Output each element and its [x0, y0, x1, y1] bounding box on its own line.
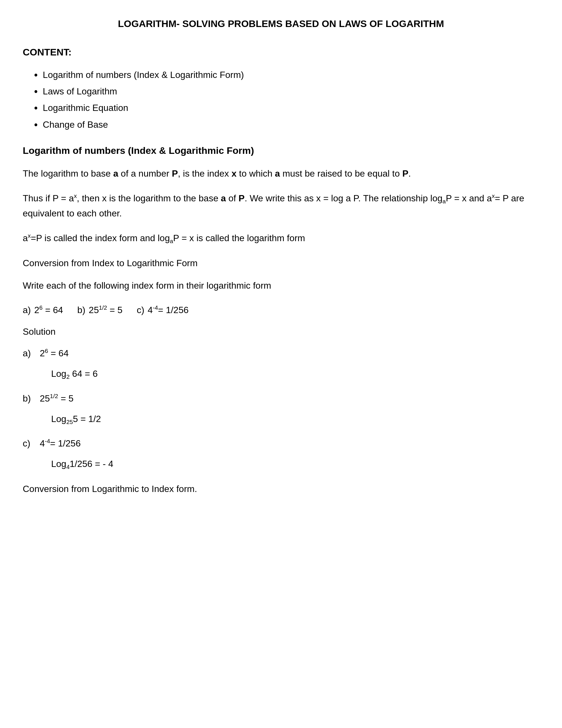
solution-b-row: b) 251/2 = 5 — [23, 392, 539, 405]
problem-a: a) 26 = 64 — [23, 303, 63, 317]
problem-c: c) 4-4= 1/256 — [137, 303, 189, 317]
problem-b-label: b) — [77, 303, 85, 317]
sol-a-expr: 26 = 64 — [40, 346, 69, 360]
conv1-heading: Conversion from Index to Logarithmic For… — [23, 256, 539, 270]
sol-a-log: Log2 64 = 6 — [23, 367, 539, 381]
content-list: Logarithm of numbers (Index & Logarithmi… — [34, 68, 539, 132]
conv2-heading: Conversion from Logarithmic to Index for… — [23, 482, 539, 496]
paragraph-1: The logarithm to base a of a number P, i… — [23, 166, 539, 181]
problem-b-expr: 251/2 = 5 — [89, 303, 123, 317]
list-item: Change of Base — [34, 118, 539, 132]
solution-a-row: a) 26 = 64 — [23, 346, 539, 360]
content-label: CONTENT: — [23, 45, 539, 59]
problem-b: b) 251/2 = 5 — [77, 303, 123, 317]
sol-b-log: Log255 = 1/2 — [23, 412, 539, 427]
sol-c-letter: c) — [23, 437, 40, 450]
sol-b-letter: b) — [23, 392, 40, 405]
problem-a-label: a) — [23, 303, 31, 317]
paragraph-3: ax=P is called the index form and logaP … — [23, 231, 539, 246]
sol-c-expr: 4-4= 1/256 — [40, 437, 81, 450]
write-each: Write each of the following index form i… — [23, 278, 539, 293]
solution-c-block: c) 4-4= 1/256 Log41/256 = - 4 — [23, 437, 539, 471]
paragraph-2: Thus if P = ax, then x is the logarithm … — [23, 191, 539, 221]
section1-heading: Logarithm of numbers (Index & Logarithmi… — [23, 143, 539, 158]
problem-c-label: c) — [137, 303, 144, 317]
sol-c-log: Log41/256 = - 4 — [23, 457, 539, 471]
sol-b-expr: 251/2 = 5 — [40, 392, 74, 405]
solution-label: Solution — [23, 325, 539, 338]
problems-line: a) 26 = 64 b) 251/2 = 5 c) 4-4= 1/256 — [23, 303, 539, 317]
sol-a-letter: a) — [23, 346, 40, 360]
solution-c-row: c) 4-4= 1/256 — [23, 437, 539, 450]
solution-a-block: a) 26 = 64 Log2 64 = 6 — [23, 346, 539, 381]
page-title: LOGARITHM- SOLVING PROBLEMS BASED ON LAW… — [23, 17, 539, 31]
list-item: Laws of Logarithm — [34, 84, 539, 99]
page-container: LOGARITHM- SOLVING PROBLEMS BASED ON LAW… — [23, 17, 539, 496]
list-item: Logarithm of numbers (Index & Logarithmi… — [34, 68, 539, 82]
solution-b-block: b) 251/2 = 5 Log255 = 1/2 — [23, 392, 539, 427]
list-item: Logarithmic Equation — [34, 101, 539, 115]
problem-c-expr: 4-4= 1/256 — [148, 303, 189, 317]
problem-a-expr: 26 = 64 — [34, 303, 63, 317]
